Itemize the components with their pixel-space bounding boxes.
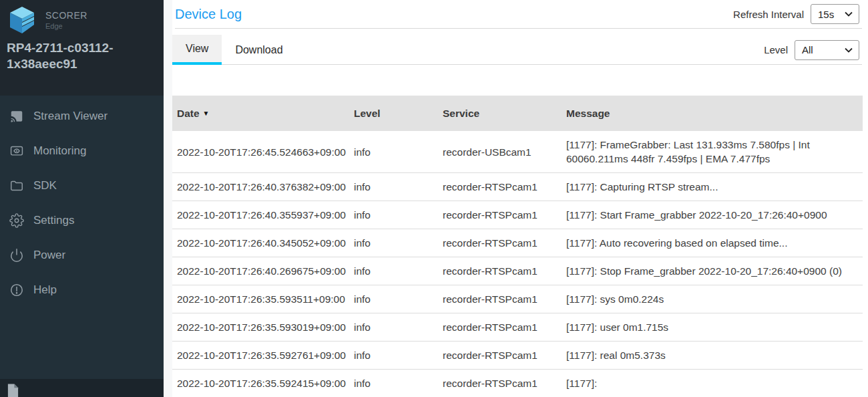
alert-circle-icon — [9, 282, 25, 298]
monitor-eye-icon — [9, 143, 25, 159]
sidebar-item-settings[interactable]: Settings — [0, 203, 164, 238]
refresh-interval-label: Refresh Interval — [733, 9, 804, 20]
log-date: 2022-10-20T17:26:40.355937+09:00 — [172, 201, 349, 229]
log-message: [1177]: Capturing RTSP stream... — [562, 173, 863, 201]
chevron-down-icon — [845, 47, 853, 53]
log-level: info — [349, 131, 438, 172]
log-table: Date ▼ Level Service Message 2022-10-20T… — [172, 96, 863, 397]
log-level: info — [349, 370, 438, 397]
log-service: recorder-RTSPcam1 — [438, 370, 562, 397]
table-row: 2022-10-20T17:26:40.376382+09:00 info re… — [172, 173, 863, 201]
header-divider — [175, 28, 862, 29]
log-service: recorder-RTSPcam1 — [438, 342, 562, 369]
log-table-header: Date ▼ Level Service Message — [172, 96, 863, 131]
log-service: recorder-RTSPcam1 — [438, 313, 562, 341]
brand-subtitle: Edge — [45, 22, 87, 30]
log-service: recorder-RTSPcam1 — [438, 201, 562, 229]
refresh-interval-select[interactable]: 15s — [811, 4, 859, 24]
table-row: 2022-10-20T17:26:35.593511+09:00 info re… — [172, 285, 863, 313]
device-id: RP4-2711-c03112-1x38aeec91 — [7, 40, 157, 72]
sidebar-item-power[interactable]: Power — [0, 238, 164, 273]
log-table-body: 2022-10-20T17:26:45.524663+09:00 info re… — [172, 131, 863, 397]
log-service: recorder-RTSPcam1 — [438, 173, 562, 201]
log-level: info — [349, 201, 438, 229]
tabs-bar: View Download Level All — [172, 35, 868, 65]
log-message: [1177]: FrameGrabber: Last 131.933ms 7.5… — [562, 131, 863, 172]
main-content: Device Log Refresh Interval 15s View Dow… — [172, 0, 868, 397]
app-root: SCORER Edge RP4-2711-c03112-1x38aeec91 S… — [0, 0, 868, 397]
log-message: [1177]: Start Frame_grabber 2022-10-20_1… — [562, 201, 863, 229]
page-title: Device Log — [175, 7, 242, 22]
log-message: [1177]: real 0m5.373s — [562, 342, 863, 369]
column-header-date[interactable]: Date ▼ — [172, 108, 349, 120]
log-message: [1177]: Auto recovering based on elapsed… — [562, 229, 863, 257]
log-level: info — [349, 229, 438, 257]
log-level: info — [349, 173, 438, 201]
log-service: recorder-RTSPcam1 — [438, 285, 562, 313]
tab-download[interactable]: Download — [222, 35, 296, 65]
table-row: 2022-10-20T17:26:35.592761+09:00 info re… — [172, 342, 863, 370]
cast-icon — [9, 108, 25, 124]
log-date: 2022-10-20T17:26:35.592415+09:00 — [172, 370, 349, 397]
log-service: recorder-RTSPcam1 — [438, 229, 562, 257]
log-date: 2022-10-20T17:26:40.269675+09:00 — [172, 257, 349, 285]
log-date: 2022-10-20T17:26:35.593511+09:00 — [172, 285, 349, 313]
log-level: info — [349, 313, 438, 341]
sidebar-item-stream-viewer[interactable]: Stream Viewer — [0, 99, 164, 134]
scorer-logo-icon — [7, 6, 37, 34]
brand-name: SCORER — [45, 10, 87, 21]
level-select[interactable]: All — [795, 40, 859, 60]
power-icon — [9, 247, 25, 263]
log-service: recorder-USBcam1 — [438, 131, 562, 172]
tab-view[interactable]: View — [172, 35, 222, 65]
log-date: 2022-10-20T17:26:35.592761+09:00 — [172, 342, 349, 369]
column-header-message[interactable]: Message — [562, 108, 863, 120]
sidebar-item-device-log[interactable] — [0, 379, 164, 397]
log-message: [1177]: — [562, 370, 863, 397]
sidebar: SCORER Edge RP4-2711-c03112-1x38aeec91 S… — [0, 0, 164, 397]
sidebar-item-sdk[interactable]: SDK — [0, 168, 164, 203]
log-service: recorder-RTSPcam1 — [438, 257, 562, 285]
log-date: 2022-10-20T17:26:45.524663+09:00 — [172, 131, 349, 172]
log-level: info — [349, 342, 438, 369]
sidebar-item-monitoring[interactable]: Monitoring — [0, 134, 164, 168]
log-date: 2022-10-20T17:26:40.376382+09:00 — [172, 173, 349, 201]
sort-desc-icon: ▼ — [203, 110, 210, 117]
sidebar-nav: Stream Viewer Monitoring SDK Settings Po… — [0, 96, 164, 307]
content-gutter — [164, 0, 172, 397]
table-row: 2022-10-20T17:26:40.355937+09:00 info re… — [172, 201, 863, 229]
level-value: All — [802, 44, 813, 55]
document-icon — [7, 390, 19, 397]
sidebar-header: SCORER Edge RP4-2711-c03112-1x38aeec91 — [0, 0, 164, 96]
log-date: 2022-10-20T17:26:35.593019+09:00 — [172, 313, 349, 341]
log-message: [1177]: sys 0m0.224s — [562, 285, 863, 313]
table-row: 2022-10-20T17:26:40.345052+09:00 info re… — [172, 229, 863, 257]
page-header: Device Log Refresh Interval 15s — [172, 0, 868, 28]
table-row: 2022-10-20T17:26:35.592415+09:00 info re… — [172, 370, 863, 397]
chevron-down-icon — [845, 11, 853, 17]
column-header-service[interactable]: Service — [438, 108, 562, 120]
refresh-interval-value: 15s — [818, 9, 834, 20]
table-row: 2022-10-20T17:26:40.269675+09:00 info re… — [172, 257, 863, 285]
table-row: 2022-10-20T17:26:45.524663+09:00 info re… — [172, 131, 863, 173]
gear-icon — [9, 213, 25, 229]
log-level: info — [349, 285, 438, 313]
table-row: 2022-10-20T17:26:35.593019+09:00 info re… — [172, 313, 863, 342]
folder-icon — [9, 178, 25, 194]
log-date: 2022-10-20T17:26:40.345052+09:00 — [172, 229, 349, 257]
log-message: [1177]: Stop Frame_grabber 2022-10-20_17… — [562, 257, 863, 285]
log-level: info — [349, 257, 438, 285]
level-label: Level — [764, 44, 788, 55]
column-header-level[interactable]: Level — [349, 108, 438, 120]
sidebar-item-help[interactable]: Help — [0, 273, 164, 307]
log-message: [1177]: user 0m1.715s — [562, 313, 863, 341]
